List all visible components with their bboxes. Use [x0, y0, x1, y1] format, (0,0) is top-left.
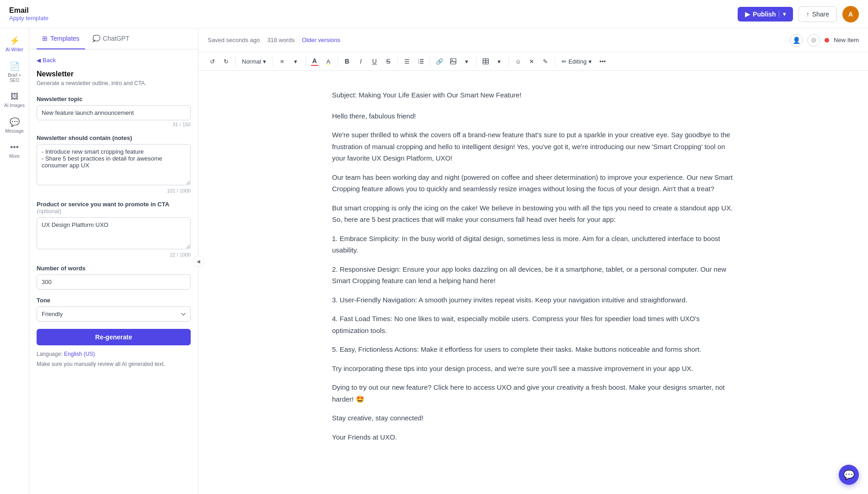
collaborator-icon-2: ⚙: [807, 34, 820, 47]
notes-label: Newsletter should contain (notes): [37, 134, 191, 141]
image-chevron-button[interactable]: ▾: [461, 55, 473, 68]
table-button[interactable]: [479, 55, 492, 68]
sidebar-item-ai-images[interactable]: 🖼 AI Images: [2, 88, 27, 112]
save-status: Saved seconds ago: [208, 37, 260, 43]
svg-point-7: [451, 59, 452, 60]
email-paragraph-5: Dying to try out our new feature? Click …: [332, 381, 734, 405]
editing-mode-button[interactable]: ✏ Editing ▾: [558, 56, 595, 67]
sidebar-item-label-brief-seo: Brief + SEO: [4, 73, 26, 83]
text-style-label: Normal: [242, 58, 261, 65]
brief-seo-icon: 📄: [10, 61, 20, 71]
top-bar-right: ▶ Publish ▾ ↑ Share A: [738, 6, 859, 22]
tab-templates[interactable]: ⊞ Templates: [37, 28, 85, 49]
top-bar-left: Email Apply template: [9, 6, 48, 21]
cta-textarea[interactable]: UX Design Platform UXO: [37, 217, 191, 249]
language-prefix: Language:: [37, 351, 64, 357]
avatar[interactable]: A: [842, 6, 859, 22]
tone-select[interactable]: Friendly Professional Casual Formal: [37, 306, 191, 322]
toolbar-separator-5: [397, 57, 398, 66]
words-input[interactable]: [37, 274, 191, 290]
language-line: Language: English (US): [37, 351, 191, 357]
sidebar-item-label-message: Message: [5, 129, 24, 134]
comment-button[interactable]: ✎: [539, 55, 552, 68]
undo-button[interactable]: ↺: [206, 55, 219, 68]
collapse-panel-button[interactable]: ◀: [193, 256, 204, 267]
toolbar-separator-9: [555, 57, 555, 66]
bold-button[interactable]: B: [341, 55, 354, 68]
share-label: Share: [812, 11, 829, 18]
clear-format-button[interactable]: ✕: [525, 55, 538, 68]
share-button[interactable]: ↑ Share: [798, 6, 837, 22]
ordered-list-button[interactable]: 123: [414, 55, 427, 68]
align-chevron-button[interactable]: ▾: [289, 55, 302, 68]
panel-description: Generate a newsletter outline, intro and…: [37, 80, 191, 86]
avatar-initials: A: [848, 11, 853, 18]
person-icon: 👤: [793, 37, 800, 44]
back-button[interactable]: ◀ Back: [37, 57, 191, 64]
chat-bubble-button[interactable]: 💬: [839, 465, 859, 485]
link-button[interactable]: 🔗: [433, 55, 446, 68]
field-group-cta: Product or service you want to promote i…: [37, 201, 191, 258]
cta-optional: (optional): [37, 208, 61, 215]
more-options-button[interactable]: •••: [596, 55, 609, 68]
toolbar-separator-1: [235, 57, 236, 66]
words-label: Number of words: [37, 265, 191, 272]
pencil-icon: ✏: [562, 58, 567, 65]
email-item-4: 4. Fast Load Times: No one likes to wait…: [332, 313, 734, 336]
older-versions-link[interactable]: Older versions: [302, 37, 340, 43]
apply-template-link[interactable]: Apply template: [9, 15, 48, 21]
sidebar-item-brief-seo[interactable]: 📄 Brief + SEO: [2, 58, 27, 86]
ai-images-icon: 🖼: [11, 92, 19, 102]
email-paragraph-2: Our team has been working day and night …: [332, 172, 734, 195]
tab-templates-label: Templates: [50, 35, 80, 42]
image-button[interactable]: [447, 55, 460, 68]
collaborator-icon-1: 👤: [790, 34, 803, 47]
sidebar-item-label-ai-writer: AI Writer: [5, 47, 23, 52]
underline-button[interactable]: U: [368, 55, 381, 68]
back-label: Back: [43, 57, 56, 64]
field-group-tone: Tone Friendly Professional Casual Formal: [37, 297, 191, 322]
align-button[interactable]: ≡: [276, 55, 289, 68]
language-value[interactable]: English (US): [64, 351, 95, 357]
font-color-a: A: [311, 57, 318, 66]
bullet-list-button[interactable]: ☰: [401, 55, 413, 68]
notes-counter: 101 / 1000: [37, 188, 191, 193]
topic-input[interactable]: [37, 105, 191, 120]
cta-counter: 22 / 1000: [37, 252, 191, 258]
italic-button[interactable]: I: [354, 55, 367, 68]
emoji-button[interactable]: ☺: [512, 55, 525, 68]
field-group-words: Number of words: [37, 265, 191, 290]
sidebar-item-more[interactable]: ••• More: [2, 139, 27, 162]
toolbar-separator-3: [305, 57, 305, 66]
text-style-select[interactable]: Normal ▾: [238, 55, 270, 68]
templates-tab-icon: ⊞: [42, 35, 48, 42]
highlight-button[interactable]: A: [322, 55, 335, 68]
editor-content[interactable]: Subject: Making Your Life Easier with Ou…: [305, 71, 762, 494]
strikethrough-button[interactable]: S: [382, 55, 395, 68]
font-color-button[interactable]: A: [308, 55, 321, 68]
field-group-topic: Newsletter topic 31 / 150: [37, 96, 191, 127]
sidebar-item-ai-writer[interactable]: ⚡ AI Writer: [2, 32, 27, 56]
email-paragraph-4: Try incorporating these tips into your d…: [332, 363, 734, 375]
publish-button[interactable]: ▶ Publish ▾: [738, 7, 793, 21]
notes-textarea[interactable]: - Introduce new smart cropping feature -…: [37, 144, 191, 185]
email-item-2: 2. Responsive Design: Ensure your app lo…: [332, 263, 734, 287]
editing-chevron-icon: ▾: [589, 58, 592, 65]
toolbar-separator-8: [509, 57, 509, 66]
email-subject: Subject: Making Your Life Easier with Ou…: [332, 89, 734, 101]
new-item-label[interactable]: New Item: [834, 37, 859, 43]
icon-sidebar: ⚡ AI Writer 📄 Brief + SEO 🖼 AI Images 💬 …: [0, 28, 29, 494]
table-chevron-button[interactable]: ▾: [493, 55, 506, 68]
regenerate-button[interactable]: Re-generate: [37, 329, 191, 345]
publish-chevron-icon[interactable]: ▾: [779, 11, 786, 17]
sidebar-item-message[interactable]: 💬 Message: [2, 113, 27, 137]
table-icon: [482, 58, 489, 64]
panel: ⊞ Templates 💭 ChatGPT ◀ Back Newsletter …: [29, 28, 198, 494]
word-count: 318 words: [267, 37, 295, 43]
email-greeting: Hello there, fabulous friend!: [332, 110, 734, 122]
tab-chatgpt[interactable]: 💭 ChatGPT: [87, 28, 135, 49]
redo-button[interactable]: ↻: [220, 55, 232, 68]
email-paragraph-1: We're super thrilled to whisk the covers…: [332, 129, 734, 164]
tab-chatgpt-label: ChatGPT: [103, 35, 129, 42]
editor-topbar-left: Saved seconds ago 318 words Older versio…: [208, 37, 340, 43]
